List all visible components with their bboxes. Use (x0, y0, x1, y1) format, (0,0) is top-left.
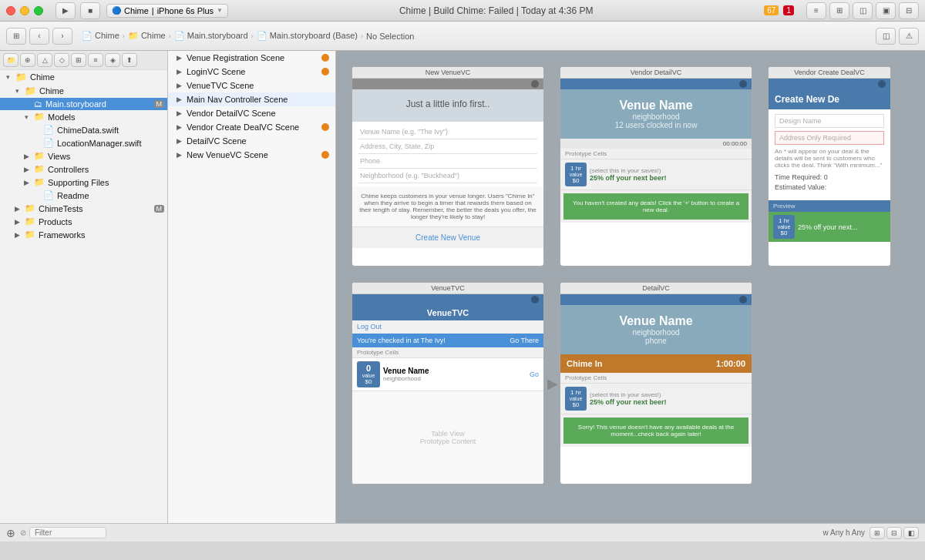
scene-item-vendor-create[interactable]: ▶ Vendor Create DealVC Scene (168, 120, 335, 134)
device-name: iPhone 6s Plus (157, 6, 214, 15)
nav-breakpoint-btn[interactable]: ≡ (88, 53, 103, 67)
close-button[interactable] (6, 6, 15, 15)
filter-input[interactable] (29, 527, 106, 538)
scene-vendor-create-dealvc[interactable]: Vendor Create DealVC Create New De Desig… (768, 66, 891, 267)
sidebar-item-chime-group[interactable]: ▾ 📁 Chime (0, 70, 167, 84)
logout-btn[interactable]: Log Out (352, 320, 543, 334)
design-name-field[interactable]: Design Name (775, 114, 884, 128)
preview-value-lbl: value (777, 224, 791, 230)
stop-button[interactable]: ■ (80, 2, 100, 19)
nav-search-btn[interactable]: ⊕ (20, 53, 35, 67)
navigator-toggle[interactable]: ◫ (853, 2, 873, 19)
breadcrumb-chime1[interactable]: 📄 Chime (82, 31, 119, 41)
nav-test-btn[interactable]: ◇ (54, 53, 69, 67)
go-there-btn[interactable]: Go There (510, 337, 539, 344)
sidebar-label-chime: Chime (30, 72, 164, 82)
address-field[interactable]: Address Only Required (775, 131, 884, 145)
bottom-bar: ⊕ ⊘ w Any h Any ⊞ ⊟ ◧ (0, 523, 925, 542)
disclosure-frameworks: ▶ (12, 230, 22, 240)
ios-screen-new-venue: Just a little info first.. Venue Name (e… (352, 79, 543, 248)
warning-btn[interactable]: ⚠ (899, 28, 919, 45)
storyboard-canvas[interactable]: New VenueVC Just a little info first.. V… (336, 51, 925, 523)
disclosure-locationmanager (31, 139, 40, 148)
sidebar-item-views[interactable]: ▶ 📁 Views (0, 149, 167, 163)
scene-disclosure-5: ▶ (174, 109, 183, 118)
sidebar-item-locationmanager[interactable]: 📄 LocationManager.swift (0, 136, 167, 149)
scene-item-vendor-detail[interactable]: ▶ Vendor DetailVC Scene (168, 106, 335, 120)
grid-view-btn[interactable]: ⊞ (6, 28, 26, 45)
back-btn[interactable]: ‹ (29, 28, 49, 45)
tvc-go-btn[interactable]: Go (530, 371, 539, 378)
nav-folder-btn[interactable]: 📁 (3, 53, 18, 67)
sidebar-label-products: Products (39, 217, 164, 226)
scene-item-mainnav[interactable]: ▶ Main Nav Controller Scene (168, 92, 335, 106)
field-phone: Phone (358, 154, 537, 169)
create-venue-btn[interactable]: Create New Venue (358, 233, 537, 242)
minimize-button[interactable] (20, 6, 29, 15)
breadcrumb-mainstoryboard[interactable]: 📄 Main.storyboard (174, 31, 248, 41)
scene-disclosure-8: ▶ (174, 150, 183, 159)
breadcrumb-noselection[interactable]: No Selection (366, 32, 414, 41)
forward-btn[interactable]: › (52, 28, 72, 45)
status-close-vendor-detail (739, 80, 747, 88)
new-venue-desc: Chime keeps customers in your venue long… (352, 186, 543, 226)
checked-in-text: You're checked in at The Ivy! (357, 337, 446, 344)
sidebar-item-products[interactable]: ▶ 📁 Products (0, 215, 167, 228)
panel-right-toggle[interactable]: ⊞ (829, 2, 849, 19)
breadcrumb-chime2[interactable]: 📁 Chime (128, 31, 166, 41)
split-view-btn[interactable]: ◫ (876, 28, 896, 45)
debug-toggle[interactable]: ▣ (876, 2, 896, 19)
sidebar-item-readme[interactable]: 📄 Readme (0, 189, 167, 202)
sidebar-item-mainstoryboard[interactable]: 🗂 Main.storyboard M (0, 98, 167, 110)
scheme-selector[interactable]: 🔵 Chime | iPhone 6s Plus ▼ (106, 4, 228, 18)
disclosure-supporting: ▶ (22, 178, 31, 187)
scene-disclosure-4: ▶ (174, 95, 183, 104)
scene-header-venue-tvc: VenueTVC (352, 283, 543, 294)
scene-dot-1 (321, 54, 329, 62)
error-count[interactable]: 1 (783, 5, 794, 15)
bottom-view-btn-2[interactable]: ⊟ (886, 527, 902, 539)
main-layout: 📁 ⊕ △ ◇ ⊞ ≡ ◈ ⬆ ▾ 📁 Chime ▾ 📁 Chime 🗂 Ma… (0, 51, 925, 523)
scene-label-venuetvc: VenueTVC Scene (187, 81, 254, 90)
sidebar-item-chime-folder[interactable]: ▾ 📁 Chime (0, 84, 167, 98)
deal-row-1: 1 hr value $0 (select this in your saves… (560, 159, 752, 190)
utilities-toggle[interactable]: ⊟ (899, 2, 919, 19)
warning-count[interactable]: 67 (764, 5, 779, 15)
sidebar-item-chimetests[interactable]: ▶ 📁 ChimeTests M (0, 202, 167, 215)
table-view-placeholder: Table ViewPrototype Content (420, 430, 476, 445)
fullscreen-button[interactable] (34, 6, 43, 15)
scene-item-newvenue[interactable]: ▶ New VenueVC Scene (168, 148, 335, 162)
scene-detailvc[interactable]: DetailVC Venue Name neighborhood phone C… (560, 282, 752, 485)
scene-venue-tvc[interactable]: VenueTVC VenueTVC Log Out You're checked… (352, 282, 544, 485)
run-button[interactable]: ▶ (56, 2, 76, 19)
disclosure-views: ▶ (22, 152, 31, 161)
bottom-left: ⊕ ⊘ (6, 527, 106, 539)
bottom-view-btn-1[interactable]: ⊞ (870, 527, 885, 539)
nav-debug-btn[interactable]: ⊞ (71, 53, 86, 67)
navigator-sidebar: 📁 ⊕ △ ◇ ⊞ ≡ ◈ ⬆ ▾ 📁 Chime ▾ 📁 Chime 🗂 Ma… (0, 51, 168, 523)
bottom-add-btn[interactable]: ⊕ (6, 527, 15, 539)
sidebar-item-controllers[interactable]: ▶ 📁 Controllers (0, 163, 167, 176)
sidebar-item-frameworks[interactable]: ▶ 📁 Frameworks (0, 228, 167, 241)
sidebar-item-models[interactable]: ▾ 📁 Models (0, 110, 167, 123)
scene-vendor-detailvc[interactable]: Vendor DetailVC Venue Name neighborhood … (560, 66, 752, 267)
scene-item-venue-registration[interactable]: ▶ Venue Registration Scene (168, 51, 335, 65)
nav-git-btn[interactable]: ⬆ (122, 53, 137, 67)
nav-warning-btn[interactable]: △ (37, 53, 52, 67)
sidebar-item-chimedata[interactable]: 📄 ChimeData.swift (0, 123, 167, 136)
scene-item-venuetvc[interactable]: ▶ VenueTVC Scene (168, 79, 335, 92)
breadcrumb-toolbar: 📄 Chime › 📁 Chime › 📄 Main.storyboard › … (76, 31, 873, 41)
scene-new-venuevc[interactable]: New VenueVC Just a little info first.. V… (352, 66, 544, 267)
sidebar-item-supporting[interactable]: ▶ 📁 Supporting Files (0, 176, 167, 189)
scene-dot-8 (321, 151, 329, 159)
nav-report-btn[interactable]: ◈ (105, 53, 120, 67)
estimated-value-label: Estimated Value: (775, 183, 884, 191)
bottom-view-btn-3[interactable]: ◧ (903, 527, 919, 539)
panel-left-toggle[interactable]: ≡ (806, 2, 826, 19)
scene-disclosure-7: ▶ (174, 136, 183, 146)
scene-item-loginvc[interactable]: ▶ LoginVC Scene (168, 65, 335, 79)
detail-deal-row: 1 hr value $0 (select this in your saves… (560, 384, 752, 414)
breadcrumb-base[interactable]: 📄 Main.storyboard (Base) (257, 31, 358, 41)
chime-in-btn[interactable]: Chime In 1:00:00 (560, 354, 752, 373)
scene-item-detailvc[interactable]: ▶ DetailVC Scene (168, 134, 335, 148)
